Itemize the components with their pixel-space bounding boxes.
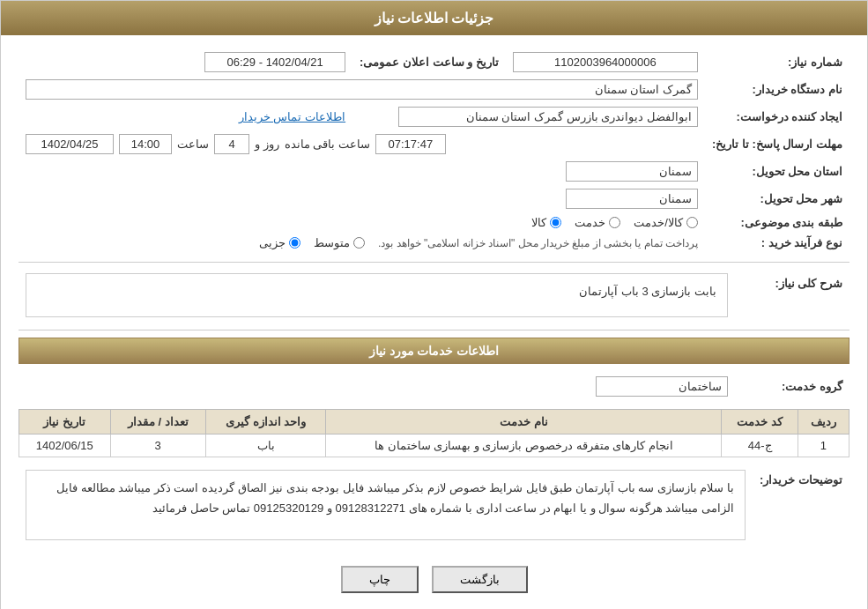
back-button[interactable]: بازگشت <box>432 566 528 593</box>
col-date: تاریخ نیاز <box>19 410 111 434</box>
creator-value: ابوالفضل دیواندری بازرس گمرک استان سمنان <box>398 107 698 127</box>
col-name: نام خدمت <box>326 410 722 434</box>
city-value: سمنان <box>566 189 698 209</box>
category-option-goods-service[interactable]: کالا/خدمت <box>634 216 698 229</box>
cell-count: 3 <box>110 434 205 457</box>
col-code: کد خدمت <box>722 410 798 434</box>
cell-date: 1402/06/15 <box>19 434 111 457</box>
purchase-type-note: پرداخت تمام یا بخشی از مبلغ خریدار محل "… <box>378 237 698 249</box>
category-option-service[interactable]: خدمت <box>575 216 620 229</box>
purchase-type-partial[interactable]: جزیی <box>259 236 300 249</box>
table-row: 1ج-44انجام کارهای متفرقه درخصوص بازسازی … <box>19 434 849 457</box>
cell-name: انجام کارهای متفرقه درخصوص بازسازی و بهس… <box>326 434 722 457</box>
need-desc-label: شرح کلی نیاز: <box>735 270 849 321</box>
need-desc-value: بابت بازسازی 3 باب آپارتمان <box>26 273 728 317</box>
buyer-desc-value: با سلام بازسازی سه باب آپارتمان طبق فایل… <box>26 470 746 540</box>
days-and-label: روز و <box>255 137 279 151</box>
announce-label: تاریخ و ساعت اعلان عمومی: <box>352 48 506 76</box>
service-group-label: گروه خدمت: <box>735 373 849 400</box>
services-table: ردیف کد خدمت نام خدمت واحد اندازه گیری ت… <box>19 409 849 457</box>
col-unit: واحد اندازه گیری <box>205 410 326 434</box>
buyer-org-label: نام دستگاه خریدار: <box>705 76 849 103</box>
buyer-org-value: گمرک استان سمنان <box>26 79 698 100</box>
purchase-type-label: نوع فرآیند خرید : <box>705 233 849 253</box>
announce-date: 1402/04/21 - 06:29 <box>204 52 345 72</box>
purchase-type-medium[interactable]: متوسط <box>314 236 365 249</box>
category-label: طبقه بندی موضوعی: <box>705 212 849 233</box>
buyer-desc-label: توضیحات خریدار: <box>753 466 849 544</box>
service-group-value: ساختمان <box>596 376 728 397</box>
deadline-time-label: ساعت <box>177 137 209 151</box>
cell-code: ج-44 <box>722 434 798 457</box>
service-info-header: اطلاعات خدمات مورد نیاز <box>19 338 849 364</box>
deadline-date: 1402/04/25 <box>26 134 114 154</box>
col-count: تعداد / مقدار <box>110 410 205 434</box>
deadline-label: مهلت ارسال پاسخ: تا تاریخ: <box>705 130 849 158</box>
category-group: کالا/خدمت خدمت کالا <box>26 216 698 229</box>
countdown-label: ساعت باقی مانده <box>285 137 370 151</box>
purchase-type-group: متوسط جزیی <box>259 236 365 249</box>
deadline-days: 4 <box>214 134 249 154</box>
page-title: جزئیات اطلاعات نیاز <box>1 1 867 35</box>
print-button[interactable]: چاپ <box>341 566 419 593</box>
col-row: ردیف <box>798 410 849 434</box>
deadline-time: 14:00 <box>119 134 172 154</box>
cell-row: 1 <box>798 434 849 457</box>
creator-label: ایجاد کننده درخواست: <box>705 103 849 130</box>
cell-unit: باب <box>205 434 326 457</box>
button-bar: بازگشت چاپ <box>19 553 849 602</box>
need-number-value: 1102003964000006 <box>513 52 698 72</box>
province-label: استان محل تحویل: <box>705 158 849 185</box>
countdown-value: 07:17:47 <box>375 134 446 154</box>
category-option-goods[interactable]: کالا <box>531 216 561 229</box>
city-label: شهر محل تحویل: <box>705 185 849 212</box>
need-number-label: شماره نیاز: <box>705 48 849 76</box>
province-value: سمنان <box>566 161 698 182</box>
contact-link[interactable]: اطلاعات تماس خریدار <box>239 110 345 123</box>
